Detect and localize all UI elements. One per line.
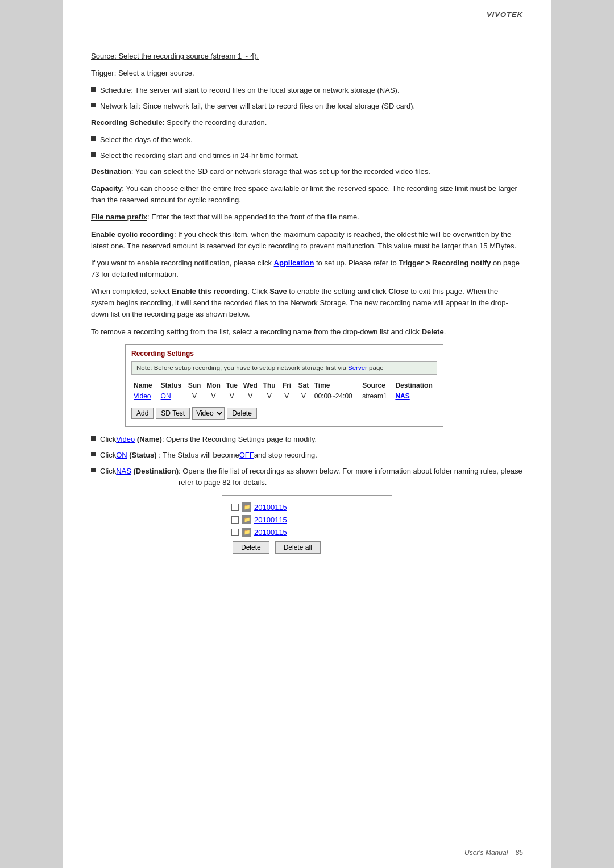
td-fri: V: [279, 391, 296, 401]
bullet-times: Select the recording start and end times…: [91, 150, 523, 161]
bullet-icon: [91, 103, 96, 107]
bullet-on-mid: (Status): [127, 450, 157, 461]
file-delete-all-button[interactable]: Delete all: [275, 541, 321, 554]
bullet-network-fail: Network fail: Since network fail, the se…: [91, 101, 523, 112]
bullet-times-text: Select the recording start and end times…: [100, 150, 299, 161]
remove-paragraph: To remove a recording setting from the l…: [91, 326, 523, 338]
file-folder-icon-1: 📁: [242, 502, 251, 512]
nas-dest-link[interactable]: NAS: [116, 466, 131, 477]
bullet-days-text: Select the days of the week.: [100, 134, 193, 146]
file-name-prefix-label: File name prefix: [91, 213, 147, 221]
file-name-prefix-paragraph: File name prefix: Enter the text that wi…: [91, 211, 523, 223]
bullet-icon: [91, 452, 96, 456]
note-end: page: [367, 364, 384, 371]
file-delete-button[interactable]: Delete: [233, 541, 269, 554]
th-wed: Wed: [240, 380, 260, 391]
file-checkbox-2[interactable]: [231, 516, 239, 524]
trigger-paragraph: Trigger: Select a trigger source.: [91, 68, 523, 79]
destination-label: Destination: [91, 167, 131, 176]
td-tue: V: [223, 391, 240, 401]
bullet-on-text: : The Status will become: [157, 450, 239, 461]
completed-pre: When completed, select: [91, 287, 172, 296]
file-name-prefix-text: : Enter the text that will be appended t…: [147, 213, 359, 221]
source-label: Source: Select the recording source (str…: [91, 52, 259, 60]
file-checkbox-1[interactable]: [231, 504, 239, 511]
td-name: Video: [131, 391, 159, 401]
bullet-network-fail-text: Network fail: Since network fail, the se…: [100, 101, 415, 112]
table-row: Video ON V V V V V V V 00:00~24:00 strea…: [131, 391, 437, 401]
td-mon: V: [204, 391, 223, 401]
nas-link[interactable]: NAS: [395, 392, 409, 400]
bullet-nas-destination: Click NAS (Destination) : Opens the file…: [91, 466, 523, 488]
notification-pre: If you want to enable recording notifica…: [91, 259, 274, 267]
th-sat: Sat: [295, 380, 312, 391]
td-sun: V: [185, 391, 204, 401]
bullet-on-status: Click ON (Status) : The Status will beco…: [91, 450, 523, 461]
note-pre: Note: Before setup recording, you have t…: [136, 364, 348, 371]
remove-end: .: [444, 327, 446, 336]
source-paragraph: Source: Select the recording source (str…: [91, 51, 523, 62]
file-folder-icon-3: 📁: [242, 528, 251, 537]
td-time: 00:00~24:00: [312, 391, 360, 401]
bullet-icon: [91, 436, 96, 441]
server-link[interactable]: Server: [348, 364, 367, 371]
td-wed: V: [240, 391, 260, 401]
bullet-video-text: : Opens the Recording Settings page to m…: [162, 434, 317, 445]
capacity-label: Capacity: [91, 184, 122, 193]
file-link-1[interactable]: 20100115: [254, 503, 287, 512]
bullet-schedule-text: Schedule: The server will start to recor…: [100, 85, 400, 96]
video-link[interactable]: Video: [116, 434, 135, 445]
recording-settings-note: Note: Before setup recording, you have t…: [131, 361, 437, 375]
bullet-on-pre: Click: [100, 450, 116, 461]
th-destination: Destination: [393, 380, 437, 391]
status-link[interactable]: ON: [161, 392, 171, 400]
destination-text: : You can select the SD card or network …: [131, 167, 430, 176]
file-item-2: 📁 20100115: [231, 515, 383, 524]
notification-after: to set up. Please refer to: [314, 259, 399, 267]
completed-bold3: Close: [388, 287, 408, 296]
th-status: Status: [159, 380, 185, 391]
bullet-icon: [91, 136, 96, 141]
bullet-icon: [91, 152, 96, 157]
capacity-text: : You can choose either the entire free …: [91, 184, 517, 204]
recording-settings-buttons: Add SD Test Video Delete: [131, 407, 437, 420]
remove-bold: Delete: [422, 327, 444, 336]
add-button[interactable]: Add: [131, 408, 154, 419]
off-link[interactable]: OFF: [239, 450, 254, 461]
sd-test-button[interactable]: SD Test: [156, 408, 190, 419]
delete-button[interactable]: Delete: [227, 408, 257, 419]
file-item-3: 📁 20100115: [231, 528, 383, 537]
bullet-schedule: Schedule: The server will start to recor…: [91, 85, 523, 96]
file-item-1: 📁 20100115: [231, 502, 383, 512]
bullet-nas-text: : Opens the file list of recordings as s…: [179, 466, 523, 488]
file-link-2[interactable]: 20100115: [254, 516, 287, 524]
recording-schedule-text: : Specify the recording duration.: [163, 118, 267, 127]
notification-paragraph: If you want to enable recording notifica…: [91, 258, 523, 280]
th-fri: Fri: [279, 380, 296, 391]
th-tue: Tue: [223, 380, 240, 391]
file-link-3[interactable]: 20100115: [254, 528, 287, 537]
video-dropdown[interactable]: Video: [192, 407, 225, 420]
recording-settings-title: Recording Settings: [131, 350, 437, 358]
application-link[interactable]: Application: [274, 259, 314, 267]
enable-cyclic-label: Enable cyclic recording: [91, 230, 174, 239]
on-link[interactable]: ON: [116, 450, 127, 461]
td-destination: NAS: [393, 391, 437, 401]
notification-bold: Trigger > Recording notify: [399, 259, 491, 267]
remove-pre: To remove a recording setting from the l…: [91, 327, 422, 336]
td-sat: V: [295, 391, 312, 401]
video-name-link[interactable]: Video: [134, 392, 151, 400]
recording-schedule-paragraph: Recording Schedule: Specify the recordin…: [91, 117, 523, 128]
enable-cyclic-paragraph: Enable cyclic recording: If you check th…: [91, 229, 523, 252]
completed-bold2: Save: [269, 287, 287, 296]
bullet-nas-mid: (Destination): [131, 466, 179, 477]
th-name: Name: [131, 380, 159, 391]
file-delete-row: Delete Delete all: [231, 541, 383, 554]
bullet-video-mid: (Name): [135, 434, 162, 445]
file-checkbox-3[interactable]: [231, 529, 239, 536]
th-source: Source: [360, 380, 393, 391]
bullet-days: Select the days of the week.: [91, 134, 523, 146]
completed-bold1: Enable this recording: [172, 287, 247, 296]
recording-schedule-label: Recording Schedule: [91, 118, 163, 127]
table-header-row: Name Status Sun Mon Tue Wed Thu Fri Sat …: [131, 380, 437, 391]
